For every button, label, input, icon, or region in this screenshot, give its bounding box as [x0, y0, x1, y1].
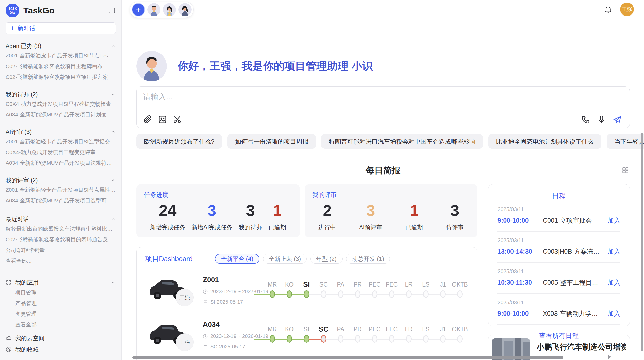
- milestone-pr: PR: [349, 279, 366, 308]
- section-recent-chats[interactable]: 最近对话: [6, 215, 116, 223]
- schedule-item: 2025/03/11 10:30-11:30 C005-整车工程目标评审 加入: [497, 263, 620, 294]
- chevron-up-icon[interactable]: [111, 217, 116, 222]
- join-button[interactable]: 加入: [608, 309, 620, 318]
- join-button[interactable]: 加入: [608, 247, 620, 256]
- join-button[interactable]: 加入: [608, 278, 620, 287]
- news-title: 小鹏飞行汽车制造公司增资: [537, 342, 626, 352]
- project-row-a034[interactable]: 王强 A034 2023-12-19 ~ 2026-01-19: [145, 320, 469, 353]
- section-agent-done[interactable]: Agent已办 (3): [6, 42, 116, 50]
- stat-new-ai-completed: 3 新增AI完成任务: [192, 201, 232, 231]
- tab-powertrain[interactable]: 动总开发 (1): [346, 254, 390, 264]
- horizontal-scrollbar-thumb[interactable]: [132, 356, 563, 359]
- image-icon[interactable]: [158, 115, 167, 124]
- session-avatar-3[interactable]: [178, 3, 192, 16]
- greeting-text: 你好，王强，我是你的项目管理助理 小识: [178, 59, 373, 73]
- milestone-node: [389, 335, 394, 343]
- app-item-product-mgmt[interactable]: 产品管理: [6, 298, 116, 309]
- sidebar-task-item[interactable]: C02-飞腾新能源轻客改款项目里程碑画布: [6, 61, 116, 72]
- stat-value: 1: [269, 201, 286, 219]
- recent-chat-item[interactable]: 解释最新出台的欧盟报废车法规再生塑料比例被调至15%...: [6, 223, 116, 234]
- vertical-scrollbar-thumb[interactable]: [641, 133, 643, 351]
- chevron-up-icon[interactable]: [111, 178, 116, 183]
- sidebar-task-item[interactable]: A034-全新新能源MUV产品开发项目计划变更表编写: [6, 109, 116, 120]
- user-avatar[interactable]: 王强: [620, 3, 634, 16]
- section-my-todo[interactable]: 我的待办 (2): [6, 90, 116, 99]
- join-button[interactable]: 加入: [608, 216, 620, 225]
- phone-icon[interactable]: [581, 115, 590, 124]
- milestone-node: [457, 290, 463, 298]
- apps-view-all[interactable]: 查看全部...: [6, 319, 116, 330]
- tab-new-body[interactable]: 全新上装 (3): [263, 254, 307, 264]
- section-ai-review[interactable]: AI评审 (3): [6, 128, 116, 136]
- schedule-item: 2025/03/11 9:00-10:00 C001-立项审批会 加入: [497, 201, 620, 232]
- sidebar-task-item[interactable]: Z001-全新燃油皮卡产品开发项目SI节点Lesson Learn报告: [6, 50, 116, 61]
- sidebar-task-item[interactable]: A034-全新新能源MUV产品开发项目造型可行性评审: [6, 195, 116, 206]
- scroll-right-arrow[interactable]: [608, 355, 611, 359]
- tab-model-year[interactable]: 年型 (2): [310, 254, 343, 264]
- section-title: 最近对话: [6, 215, 29, 223]
- milestone-si: SI: [298, 324, 315, 353]
- session-avatar-2[interactable]: [163, 3, 176, 16]
- schedule-title: 日程: [497, 191, 620, 201]
- suggestion-chip[interactable]: 如何写一份清晰的项目周报: [227, 134, 316, 149]
- stat-value: 24: [150, 201, 185, 219]
- milestone-node: [321, 335, 326, 343]
- suggestion-chip[interactable]: 特朗普可能对进口汽车增税会对中国车企造成哪些影响: [321, 134, 483, 149]
- chevron-up-icon[interactable]: [111, 129, 116, 134]
- dashboard-header: 项目Dashboard 全新平台 (4) 全新上装 (3) 年型 (2) 动总开…: [145, 254, 469, 264]
- my-apps-header[interactable]: 我的应用: [6, 278, 116, 287]
- apps-grid-icon: [6, 279, 12, 286]
- recent-chat-item[interactable]: C02-飞腾新能源轻客改款项目的闭环通告反馈情况: [6, 234, 116, 245]
- milestone-node: [304, 335, 309, 343]
- top-right-controls: 王强: [604, 3, 634, 16]
- message-input[interactable]: [143, 91, 623, 102]
- app-item-change-mgmt[interactable]: 变更管理: [6, 309, 116, 319]
- sidebar-task-item[interactable]: Z001-全新燃油轻卡产品开发项目SI造型提交物评审: [6, 136, 116, 147]
- project-row-z001[interactable]: 王强 Z001 2023-12-19 ~ 2027-01-19: [145, 275, 469, 308]
- suggestion-chip[interactable]: 比亚迪全固态电池计划具体说了什么: [488, 134, 601, 149]
- sidebar-task-item[interactable]: A034-全新新能源MUV产品开发项目法规符合性评审: [6, 158, 116, 168]
- collapse-sidebar-icon[interactable]: [108, 7, 116, 14]
- send-icon[interactable]: [613, 115, 622, 124]
- schedule-card: 日程 2025/03/11 9:00-10:00 C001-立项审批会 加入 2…: [488, 184, 630, 326]
- microphone-icon[interactable]: [597, 115, 606, 124]
- my-cloud-space[interactable]: 我的云空间: [6, 333, 116, 344]
- project-info: Z001 2023-12-19 ~ 2027-01-19 SI-2025-05-…: [203, 275, 264, 308]
- app-item-project-mgmt[interactable]: 项目管理: [6, 287, 116, 298]
- dashboard-title: 项目Dashboard: [145, 254, 193, 263]
- sidebar-task-item[interactable]: C0X4-动力总成开发项目SI里程碑提交物检查: [6, 99, 116, 109]
- milestone-node: [372, 335, 377, 343]
- attachment-icon[interactable]: [143, 115, 152, 124]
- sidebar-task-item[interactable]: C02-飞腾新能源轻客改款项目立项汇报方案: [6, 72, 116, 82]
- chevron-up-icon[interactable]: [111, 92, 116, 97]
- recent-chat-item[interactable]: 公司Q3轻卡销量: [6, 245, 116, 256]
- my-apps-label: 我的应用: [15, 279, 39, 287]
- session-avatar-1[interactable]: [147, 3, 160, 16]
- section-title: AI评审 (3): [6, 128, 32, 136]
- milestone-node: [287, 335, 292, 343]
- scissors-icon[interactable]: [173, 115, 182, 124]
- suggestion-chip[interactable]: 当下年轻人对汽车外观有怎样的喜好趋势: [607, 134, 644, 149]
- milestone-pec: PEC: [366, 324, 383, 353]
- add-session-button[interactable]: +: [132, 3, 145, 16]
- schedule-event-title: C005-整车工程目标评审: [543, 278, 604, 287]
- card-title: 任务进度: [144, 191, 292, 199]
- section-title: 我的待办 (2): [6, 91, 38, 98]
- chevron-up-icon[interactable]: [111, 280, 116, 285]
- suggestion-chip[interactable]: 欧洲新规最近颁布了什么?: [136, 134, 222, 149]
- my-favorites[interactable]: 我的收藏: [6, 344, 116, 355]
- assistant-avatar: [136, 51, 167, 81]
- new-chat-button[interactable]: + 新对话: [6, 22, 116, 34]
- notification-bell-icon[interactable]: [604, 5, 612, 14]
- section-my-review[interactable]: 我的评审 (2): [6, 176, 116, 185]
- layout-grid-icon[interactable]: [622, 166, 629, 174]
- scroll-down-arrow[interactable]: [615, 347, 620, 350]
- chevron-up-icon[interactable]: [111, 43, 116, 49]
- milestone-oktb: OKTB: [451, 279, 469, 308]
- recent-view-all[interactable]: 查看全部...: [6, 256, 116, 266]
- tab-new-platform[interactable]: 全新平台 (4): [215, 254, 259, 264]
- sidebar-task-item[interactable]: Z001-全新燃油轻卡产品开发项目SI节点属性5D文件评审: [6, 185, 116, 195]
- schedule-time: 9:00-10:00: [497, 310, 543, 317]
- sidebar-task-item[interactable]: C0X4-动力总成开发项目工程变更评审: [6, 147, 116, 158]
- date-range: 2023-12-19 ~ 2027-01-19: [210, 289, 268, 294]
